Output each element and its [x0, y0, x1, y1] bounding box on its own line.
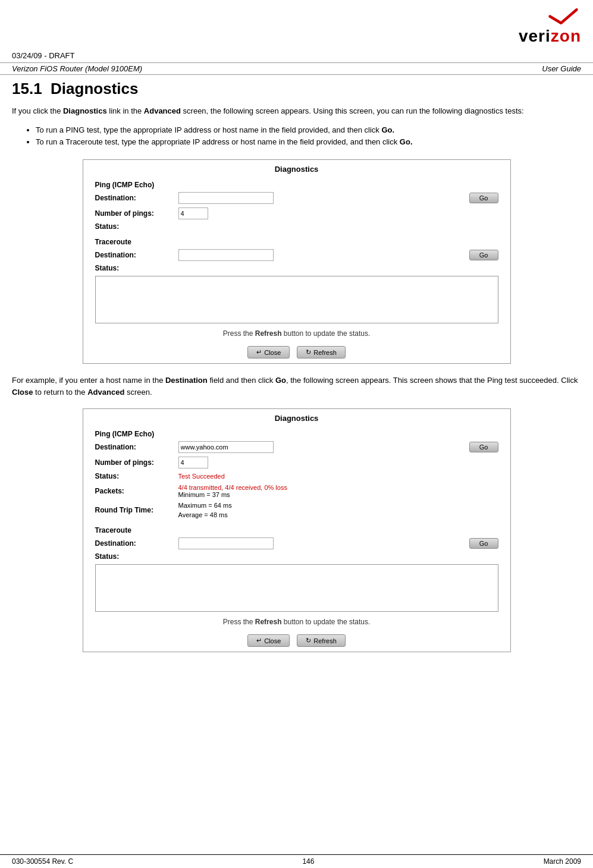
panel2-title: Diagnostics	[83, 409, 510, 427]
panel1-refresh-button[interactable]: ↻ Refresh	[297, 346, 346, 358]
user-guide-label: User Guide	[542, 64, 581, 73]
panel2-numpings-row: Number of pings:	[83, 455, 510, 470]
panel2-ping-label: Ping (ICMP Echo)	[83, 427, 510, 439]
panel1-title: Diagnostics	[83, 160, 510, 178]
panel1-dest-label: Destination:	[95, 194, 172, 202]
panel1-trace-dest-label: Destination:	[95, 251, 172, 259]
panel1-numpings-row: Number of pings:	[83, 206, 510, 221]
bullet-item-ping: To run a PING test, type the appropriate…	[36, 124, 581, 137]
panel2-ping-go-button[interactable]: Go	[469, 442, 498, 452]
panel2-trace-dest-row: Destination: Go	[83, 536, 510, 551]
panel1-trace-go-button[interactable]: Go	[469, 250, 498, 260]
panel1-status-label: Status:	[83, 221, 510, 232]
panel2-trace-status-label: Status:	[83, 551, 510, 562]
panel2-status-row: Status: Test Succeeded	[83, 470, 510, 482]
panel2-dest-row: Destination: Go	[83, 439, 510, 455]
panel2-packets-row: Packets: 4/4 transmitted, 4/4 received, …	[83, 482, 510, 500]
header-bar: Verizon FiOS Router (Model 9100EM) User …	[0, 62, 593, 75]
panel1-numpings-label: Number of pings:	[95, 209, 172, 218]
verizon-logo: verizon	[519, 6, 581, 46]
panel2-status-value: Test Succeeded	[178, 473, 225, 480]
panel2-status-box	[95, 564, 498, 612]
panel2-trace-dest-label: Destination:	[95, 539, 172, 548]
panel2-packets-label: Packets:	[95, 487, 172, 495]
panel2-rtt-row: Round Trip Time: Maximum = 64 ms Average…	[83, 500, 510, 520]
panel2-numpings-input[interactable]	[178, 457, 208, 468]
verizon-checkmark-icon	[545, 6, 581, 27]
panel1-dest-input[interactable]	[178, 192, 274, 204]
panel2-refresh-note: Press the Refresh button to update the s…	[83, 614, 510, 630]
panel2-packets-min: Minimum = 37 ms	[178, 491, 287, 498]
panel1-numpings-input[interactable]	[178, 207, 208, 219]
panel1-refresh-note: Press the Refresh button to update the s…	[83, 326, 510, 341]
panel2-dest-label: Destination:	[95, 443, 172, 451]
panel1-status-box	[95, 276, 498, 323]
page-header: verizon	[0, 0, 593, 49]
model-name: Verizon FiOS Router (Model 9100EM)	[12, 64, 142, 73]
page-number: 146	[302, 857, 314, 866]
panel1-ping-go-button[interactable]: Go	[469, 193, 498, 203]
diagnostics-panel-1: Diagnostics Ping (ICMP Echo) Destination…	[83, 159, 511, 364]
panel1-close-button[interactable]: ↵ Close	[247, 346, 290, 358]
bullet-list: To run a PING test, type the appropriate…	[36, 124, 581, 149]
page-content: 15.1 Diagnostics If you click the Diagno…	[0, 80, 593, 652]
section-title: 15.1 Diagnostics	[12, 80, 581, 98]
panel1-dest-row: Destination: Go	[83, 190, 510, 206]
close-arrow-icon-2: ↵	[256, 637, 262, 644]
panel2-dest-input[interactable]	[178, 441, 274, 453]
panel1-trace-dest-row: Destination: Go	[83, 247, 510, 263]
refresh-circle-icon: ↻	[306, 348, 311, 356]
panel2-bottom-buttons: ↵ Close ↻ Refresh	[83, 630, 510, 652]
panel2-numpings-label: Number of pings:	[95, 458, 172, 467]
panel1-bottom-buttons: ↵ Close ↻ Refresh	[83, 341, 510, 363]
panel2-rtt-label: Round Trip Time:	[95, 506, 172, 514]
panel2-trace-go-button[interactable]: Go	[469, 538, 498, 549]
doc-number: 030-300554 Rev. C	[12, 857, 73, 866]
panel2-traceroute-label: Traceroute	[83, 524, 510, 536]
panel1-traceroute-label: Traceroute	[83, 235, 510, 247]
panel2-rtt-avg: Average = 48 ms	[178, 511, 232, 518]
refresh-circle-icon-2: ↻	[306, 637, 311, 644]
draft-line: 03/24/09 - DRAFT	[0, 49, 593, 62]
logo-wordmark: verizon	[519, 27, 581, 46]
page-footer: 030-300554 Rev. C 146 March 2009	[0, 854, 593, 868]
panel1-trace-status-label: Status:	[83, 263, 510, 273]
panel2-refresh-button[interactable]: ↻ Refresh	[297, 634, 346, 647]
diagnostics-panel-2: Diagnostics Ping (ICMP Echo) Destination…	[83, 408, 511, 652]
panel1-trace-dest-input[interactable]	[178, 249, 274, 261]
panel2-packets-value: 4/4 transmitted, 4/4 received, 0% loss	[178, 484, 287, 491]
between-text: For example, if you enter a host name in…	[12, 375, 581, 398]
panel2-status-label: Status:	[95, 472, 172, 480]
footer-date: March 2009	[544, 857, 581, 866]
panel2-rtt-max: Maximum = 64 ms	[178, 502, 232, 509]
panel1-ping-label: Ping (ICMP Echo)	[83, 178, 510, 190]
bullet-item-traceroute: To run a Traceroute test, type the appro…	[36, 136, 581, 149]
panel2-trace-dest-input[interactable]	[178, 537, 274, 549]
panel2-close-button[interactable]: ↵ Close	[247, 634, 290, 647]
close-arrow-icon: ↵	[256, 348, 262, 356]
intro-paragraph: If you click the Diagnostics link in the…	[12, 105, 581, 117]
